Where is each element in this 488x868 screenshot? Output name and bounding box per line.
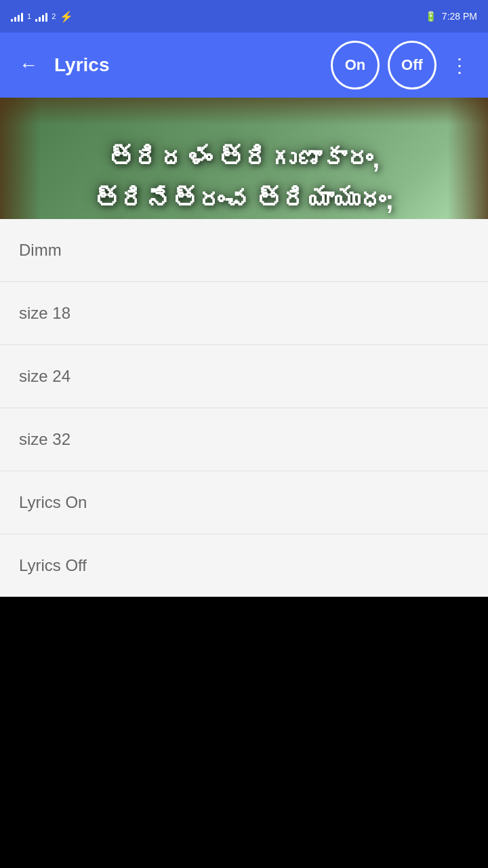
time-label: 7:28 PM: [442, 11, 477, 22]
menu-item-size18[interactable]: size 18: [0, 282, 488, 345]
toolbar-actions: On Off ⋮: [331, 41, 474, 90]
lyrics-line2: త్రినేత్రంచ త్రియాయుధం;: [41, 180, 447, 221]
status-left: 1 2 ⚡: [11, 10, 73, 23]
battery-icon: 🔋: [425, 11, 436, 22]
sim2-label: 2: [52, 12, 56, 20]
sim1-label: 1: [27, 12, 31, 20]
main-content: త్రిదళం త్రిగుణాకారం, త్రినేత్రంచ త్రియా…: [0, 98, 488, 597]
menu-item-dimm[interactable]: Dimm: [0, 219, 488, 282]
signal1-icon: [11, 11, 23, 22]
more-menu-button[interactable]: ⋮: [445, 49, 474, 82]
on-button[interactable]: On: [331, 41, 380, 90]
status-right: 🔋 7:28 PM: [425, 11, 477, 22]
menu-item-lyrics-off[interactable]: Lyrics Off: [0, 534, 488, 597]
off-button[interactable]: Off: [388, 41, 436, 90]
status-bar: 1 2 ⚡ 🔋 7:28 PM: [0, 0, 488, 33]
back-button[interactable]: ←: [14, 49, 43, 81]
dropdown-menu: Dimm size 18 size 24 size 32 Lyrics On L…: [0, 219, 488, 597]
toolbar-title: Lyrics: [54, 54, 320, 76]
signal2-icon: [35, 11, 47, 22]
usb-icon: ⚡: [60, 10, 73, 23]
menu-item-size24[interactable]: size 24: [0, 345, 488, 408]
toolbar: ← Lyrics On Off ⋮: [0, 33, 488, 98]
menu-item-lyrics-on[interactable]: Lyrics On: [0, 471, 488, 534]
menu-item-size32[interactable]: size 32: [0, 408, 488, 471]
lyrics-line1: త్రిదళం త్రిగుణాకారం,: [41, 138, 447, 180]
